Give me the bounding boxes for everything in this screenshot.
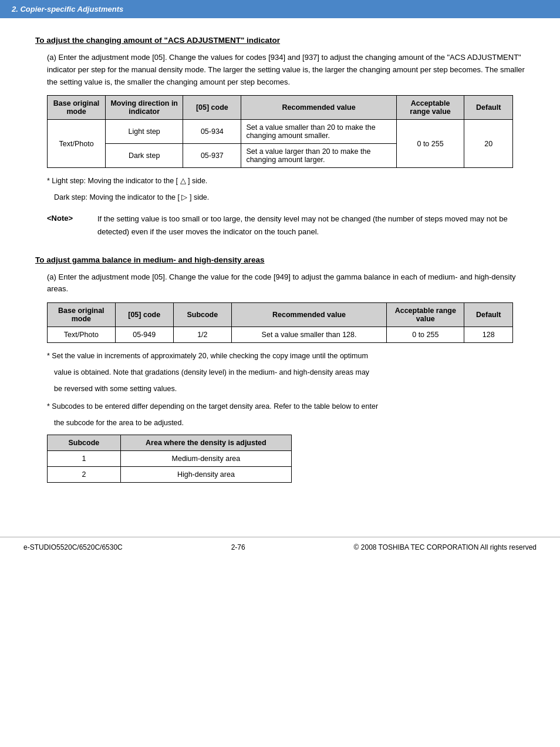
table1-row2-direction: Dark step	[106, 144, 183, 168]
table2-row1-code: 05-949	[115, 327, 173, 343]
section2-footnote3: be reversed with some setting values.	[54, 383, 513, 395]
table2-header-subcode: Subcode	[173, 303, 231, 327]
note-label: <Note>	[47, 214, 73, 223]
table2-header-recommended: Recommended value	[231, 303, 386, 327]
table1-row1-base: Text/Photo	[48, 120, 106, 168]
section2-footnote1: * Set the value in increments of approxi…	[47, 350, 513, 362]
footer-center: 2-76	[123, 543, 354, 551]
subtable: Subcode Area where the density is adjust…	[47, 435, 292, 483]
subtable-header-subcode: Subcode	[48, 435, 121, 451]
table1: Base original mode Moving direction in i…	[47, 95, 513, 168]
table1-header-direction: Moving direction in indicator	[106, 96, 183, 120]
section2-footnote5: the subcode for the area to be adjusted.	[54, 417, 513, 429]
page-header: 2. Copier-specific Adjustments	[0, 0, 560, 18]
table2-row1-default: 128	[464, 327, 513, 343]
table1-row2-code: 05-937	[183, 144, 241, 168]
table2-header-base: Base original mode	[48, 303, 116, 327]
subtable-row1-area: Medium-density area	[120, 451, 291, 467]
table1-header-code: [05] code	[183, 96, 241, 120]
table1-header-base: Base original mode	[48, 96, 106, 120]
section1-footnote1: * Light step: Moving the indicator to th…	[47, 175, 513, 187]
page-content: To adjust the changing amount of "ACS AD…	[0, 18, 560, 513]
subtable-row2-area: High-density area	[120, 467, 291, 483]
table1-row1-recommended: Set a value smaller than 20 to make the …	[241, 120, 396, 144]
table2-row1-recommended: Set a value smaller than 128.	[231, 327, 386, 343]
table1-header-default: Default	[464, 96, 513, 120]
table1-row1-direction: Light step	[106, 120, 183, 144]
table2-header-code: [05] code	[115, 303, 173, 327]
table2-row1-base: Text/Photo	[48, 327, 116, 343]
table2: Base original mode [05] code Subcode Rec…	[47, 302, 513, 343]
table1-row1-range: 0 to 255	[396, 120, 464, 168]
subtable-row2-subcode: 2	[48, 467, 121, 483]
table1-row1-code: 05-934	[183, 120, 241, 144]
table2-header-range: Acceptable range value	[387, 303, 464, 327]
section2-footnote4: * Subcodes to be entered differ dependin…	[47, 401, 513, 412]
table2-header-default: Default	[464, 303, 513, 327]
subtable-header-area: Area where the density is adjusted	[120, 435, 291, 451]
section1-footnote2: Dark step: Moving the indicator to the […	[54, 191, 513, 203]
footer-left: e-STUDIO5520C/6520C/6530C	[23, 543, 123, 551]
section2-title: To adjust gamma balance in medium- and h…	[35, 255, 525, 264]
section2-footnote2: value is obtained. Note that gradations …	[54, 366, 513, 378]
header-text: 2. Copier-specific Adjustments	[12, 5, 123, 14]
table1-row2-recommended: Set a value larger than 20 to make the c…	[241, 144, 396, 168]
table2-row1-range: 0 to 255	[387, 327, 464, 343]
section1-title: To adjust the changing amount of "ACS AD…	[35, 36, 525, 45]
table1-row1-default: 20	[464, 120, 513, 168]
footer-page: 2-76	[123, 543, 354, 551]
table1-header-recommended: Recommended value	[241, 96, 396, 120]
note-text: If the setting value is too small or too…	[97, 213, 513, 238]
section2-para: (a) Enter the adjustment mode [05]. Chan…	[47, 271, 525, 296]
page-footer: e-STUDIO5520C/6520C/6530C 2-76 © 2008 TO…	[0, 537, 560, 557]
section1-para: (a) Enter the adjustment mode [05]. Chan…	[47, 52, 525, 88]
table1-header-range: Acceptable range value	[396, 96, 464, 120]
note-block: <Note> If the setting value is too small…	[47, 213, 513, 238]
subtable-row1-subcode: 1	[48, 451, 121, 467]
table2-row1-subcode: 1/2	[173, 327, 231, 343]
footer-right: © 2008 TOSHIBA TEC CORPORATION All right…	[354, 543, 537, 551]
